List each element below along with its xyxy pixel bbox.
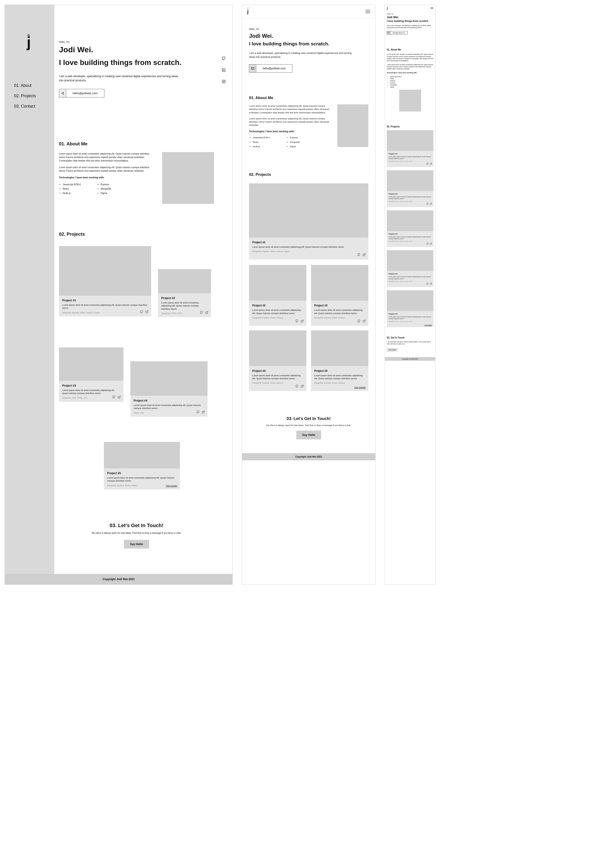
project-card-4[interactable]: Project #4Lorem ipsum dolor sit amet con… — [387, 250, 433, 287]
tablet-view: j Hello, I'm Jodi Wei. I love building t… — [242, 4, 375, 585]
external-link-icon[interactable] — [145, 310, 148, 314]
external-link-icon[interactable] — [430, 161, 432, 166]
logo[interactable]: j — [27, 37, 31, 47]
about-heading: 01. About Me — [59, 141, 214, 147]
contact-heading: 03. Get In Touch — [387, 336, 433, 339]
about-image — [162, 152, 214, 204]
view-details-link[interactable]: View Details — [354, 386, 365, 389]
hero-name: Jodi Wei. — [59, 45, 214, 54]
project-card-1[interactable]: Project #1Lorem ipsum dolor sit amet con… — [387, 130, 433, 167]
github-icon[interactable] — [197, 411, 199, 415]
footer: Copyright Jodi Wei 2021 — [242, 453, 375, 460]
external-link-icon[interactable] — [430, 202, 432, 206]
tech-title: Technologies I have been working with: — [59, 176, 153, 179]
project-image — [104, 442, 180, 468]
github-icon[interactable] — [222, 57, 226, 61]
hero-description: I am a web developer, specializing in cr… — [249, 51, 357, 59]
nav-about[interactable]: 01. About — [14, 83, 54, 88]
send-icon — [59, 89, 66, 97]
tech-col-a: Javascript (ES6+) React Node.js — [59, 183, 81, 196]
github-icon[interactable] — [427, 281, 428, 286]
hero-tagline: I love building things from scratch. — [59, 58, 214, 67]
email-button[interactable]: hello@jodiwei.com — [59, 89, 104, 97]
external-link-icon[interactable] — [430, 242, 432, 246]
project-card-5[interactable]: Project #5Lorem ipsum dolor sit amet con… — [311, 330, 368, 391]
project-card-2[interactable]: Project #2Lorem ipsum dolor sit amet con… — [249, 265, 307, 326]
external-link-icon[interactable] — [362, 319, 365, 324]
menu-icon[interactable] — [365, 9, 370, 14]
project-card-4[interactable]: Project #4 Lorem ipsum dolor sit amet co… — [131, 361, 208, 417]
about-p2: Lorem ipsum dolor sit amet consectetur a… — [59, 166, 153, 173]
instagram-icon[interactable] — [222, 80, 226, 84]
project-card-5[interactable]: Project #5 Lorem ipsum dolor sit amet co… — [104, 442, 180, 489]
email-text: hello@jodiwei.com — [66, 89, 104, 97]
sidebar: j 01. About 02. Projects 03. Contact — [5, 5, 54, 574]
mail-icon — [249, 65, 256, 72]
projects-heading: 02. Projects — [249, 172, 368, 177]
external-link-icon[interactable] — [118, 395, 121, 399]
email-button[interactable]: hello@jodiwei.com — [387, 31, 408, 35]
contact-heading: 03. Let's Get In Touch! — [59, 522, 214, 529]
project-image — [59, 347, 123, 381]
nav-contact[interactable]: 03. Contact — [14, 104, 54, 109]
mobile-view: j Hello, I'm Jodi Wei. I love building t… — [385, 4, 436, 585]
github-icon[interactable] — [295, 384, 298, 389]
project-card-3[interactable]: Project #3 Lorem ipsum dolor sit amet co… — [59, 347, 123, 402]
logo[interactable]: j — [387, 6, 388, 10]
github-icon[interactable] — [140, 310, 143, 314]
nav-projects[interactable]: 02. Projects — [14, 94, 54, 98]
contact-blurb: My inbox is always open for new ideas. F… — [59, 532, 214, 534]
hero-greeting: Hello, I'm — [59, 41, 214, 43]
project-image — [158, 269, 211, 293]
about-p1: Lorem ipsum dolor sit amet consectetur a… — [59, 152, 153, 163]
about-heading: 01. About Me — [249, 95, 368, 100]
github-icon[interactable] — [427, 202, 428, 206]
external-link-icon[interactable] — [205, 311, 208, 315]
external-link-icon[interactable] — [301, 319, 304, 324]
view-details-link[interactable]: View Details — [166, 485, 177, 487]
external-link-icon[interactable] — [202, 411, 205, 415]
tech-col-b: Express MongoDB Figma — [97, 183, 111, 196]
project-card-1[interactable]: Project #1 Lorem ipsum dolor sit amet co… — [249, 183, 368, 259]
project-card-5[interactable]: Project #5Lorem ipsum dolor sit amet con… — [387, 290, 433, 327]
view-details-link[interactable]: View Details — [424, 324, 432, 326]
hero-description: I am a web developer, specializing in cr… — [59, 74, 181, 82]
project-card-3[interactable]: Project #3Lorem ipsum dolor sit amet con… — [311, 265, 368, 326]
github-icon[interactable] — [427, 161, 428, 166]
github-icon[interactable] — [357, 319, 360, 324]
mail-icon — [387, 31, 390, 34]
github-icon[interactable] — [200, 311, 203, 315]
hero-name: Jodi Wei. — [249, 33, 368, 39]
contact-blurb: My inbox is always open for new ideas. F… — [249, 424, 368, 427]
lets-chat-button[interactable]: Let's Chat! — [387, 348, 397, 352]
github-icon[interactable] — [427, 242, 428, 246]
project-image — [59, 246, 151, 296]
menu-icon[interactable] — [431, 6, 433, 10]
github-icon[interactable] — [112, 395, 116, 399]
project-image — [131, 361, 208, 396]
github-icon[interactable] — [357, 253, 360, 257]
logo[interactable]: j — [247, 9, 249, 15]
hero-greeting: Hello, I'm — [249, 28, 368, 31]
project-card-2[interactable]: Project #2 Lorem ipsum dolor sit amet co… — [158, 269, 211, 317]
project-card-3[interactable]: Project #3Lorem ipsum dolor sit amet con… — [387, 210, 433, 247]
desktop-view: j 01. About 02. Projects 03. Contact Hel… — [4, 4, 233, 585]
linkedin-icon[interactable] — [222, 68, 226, 73]
email-button[interactable]: hello@jodiwei.com — [249, 64, 292, 73]
external-link-icon[interactable] — [430, 281, 432, 286]
project-card-1[interactable]: Project #1 Lorem ipsum dolor sit amet co… — [59, 246, 151, 317]
contact-heading: 03. Let's Get In Touch! — [249, 416, 368, 421]
project-card-2[interactable]: Project #2Lorem ipsum dolor sit amet con… — [387, 170, 433, 207]
project-card-4[interactable]: Project #4Lorem ipsum dolor sit amet con… — [249, 330, 307, 391]
say-hello-button[interactable]: Say Hello — [124, 540, 149, 548]
footer: Copyright Jodi Wei 2021 — [385, 357, 435, 361]
projects-heading: 02. Projects — [387, 125, 433, 128]
say-hello-button[interactable]: Say Hello — [296, 431, 321, 439]
footer: Copyright Jodi Wei 2021 — [5, 574, 232, 585]
github-icon[interactable] — [295, 319, 298, 324]
contact-blurb: I am currently looking for new job oppor… — [387, 341, 433, 345]
external-link-icon[interactable] — [362, 253, 365, 257]
external-link-icon[interactable] — [301, 384, 304, 389]
about-heading: 01. About Me — [387, 48, 433, 51]
projects-heading: 02. Projects — [59, 232, 214, 237]
